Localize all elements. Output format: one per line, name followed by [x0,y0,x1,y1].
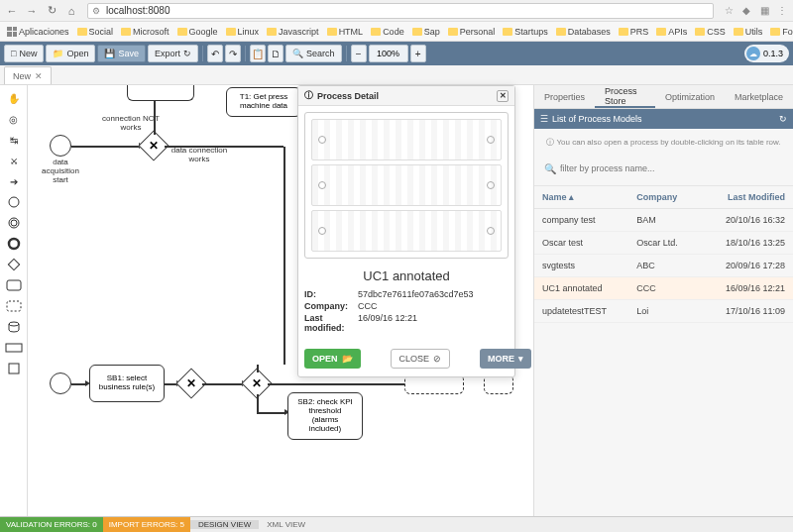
bookmark-folder[interactable]: Microsoft [118,27,172,37]
lasso-tool-icon[interactable]: ⤩ [4,152,24,169]
tab-marketplace[interactable]: Marketplace [725,92,793,102]
home-icon[interactable]: ⌂ [63,3,79,19]
start-event-icon[interactable] [4,193,24,211]
xml-view-tab[interactable]: XML VIEW [259,520,313,529]
connect-tool-icon[interactable]: ◎ [4,110,24,128]
process-table: Name ▴ Company Last Modified company tes… [534,186,793,323]
filter-row: 🔍 [534,156,793,186]
bookmark-folder[interactable]: Code [368,27,407,37]
undo-icon[interactable]: ↶ [207,45,223,62]
bpmn-task[interactable]: T1: Get press machine data [226,87,301,117]
document-tab[interactable]: New ✕ [4,66,52,84]
menu-icon[interactable]: ⋮ [775,4,789,18]
table-row[interactable]: updatetestTESTLoi17/10/16 11:09 [534,300,793,323]
url-bar[interactable]: ⚙ localhost:8080 [87,3,714,19]
end-event-icon[interactable] [4,235,24,253]
task-icon[interactable] [4,276,24,294]
process-thumbnail[interactable] [311,164,502,206]
bookmark-folder[interactable]: Databases [553,27,614,37]
subprocess-icon[interactable] [4,297,24,315]
thumbnail-stack [304,112,509,259]
hand-tool-icon[interactable]: ✋ [4,89,24,107]
col-company[interactable]: Company [636,192,704,202]
star-icon[interactable]: ☆ [722,4,736,18]
bookmark-folder[interactable]: HTML [324,27,367,37]
apps-launcher[interactable]: Aplicaciones [4,27,72,37]
bpmn-task[interactable] [404,374,464,394]
redo-icon[interactable]: ↷ [225,45,241,62]
forward-icon[interactable]: → [24,3,40,19]
intermediate-event-icon[interactable] [4,214,24,232]
bookmark-folder[interactable]: PRS [616,27,652,37]
save-button[interactable]: 💾Save [97,45,146,62]
arrow-tool-icon[interactable]: ➔ [4,172,24,190]
close-button[interactable]: CLOSE ⊘ [391,349,451,369]
version-pill[interactable]: ☁ 0.1.3 [744,45,789,62]
cloud-icon: ☁ [746,47,760,60]
open-button[interactable]: OPEN 📂 [304,349,361,369]
group-icon[interactable] [4,360,24,377]
process-thumbnail[interactable] [311,119,502,160]
bookmark-folder[interactable]: Startups [500,27,551,37]
filter-input[interactable] [556,160,783,177]
bookmark-folder[interactable]: Javascript [264,27,322,37]
bpmn-label: data acquisition start [34,159,87,184]
validation-errors-badge[interactable]: VALIDATION ERRORS: 0 [0,517,103,533]
svg-point-0 [9,197,19,207]
datastore-icon[interactable] [4,318,24,336]
search-button[interactable]: 🔍Search [285,45,342,62]
tab-properties[interactable]: Properties [534,92,595,102]
bookmark-folder[interactable]: Google [174,27,221,37]
table-row[interactable]: Oscar testOscar Ltd.18/10/16 13:25 [534,232,793,255]
bpmn-start-event[interactable] [50,135,71,157]
bookmark-folder[interactable]: Ford [767,27,793,37]
process-thumbnail[interactable] [311,210,502,252]
refresh-icon[interactable]: ↻ [779,114,787,124]
table-row[interactable]: UC1 annotatedCCC16/09/16 12:21 [534,277,793,300]
paste-icon[interactable]: 🗋 [268,45,283,62]
extension-icon[interactable]: ▦ [757,4,771,18]
space-tool-icon[interactable]: ↹ [4,131,24,149]
back-icon[interactable]: ← [4,3,20,19]
reload-icon[interactable]: ↻ [44,3,59,19]
tab-optimization[interactable]: Optimization [655,92,725,102]
shield-icon[interactable]: ◆ [739,4,753,18]
close-icon[interactable]: ✕ [497,90,509,102]
design-view-tab[interactable]: DESIGN VIEW [190,520,259,529]
open-button[interactable]: 📁Open [46,45,95,62]
copy-icon[interactable]: 📋 [250,45,266,62]
table-row[interactable]: company testBAM20/10/16 16:32 [534,209,793,232]
cancel-icon: ⊘ [433,354,441,364]
zoom-out-icon[interactable]: − [351,45,367,62]
col-modified[interactable]: Last Modified [704,192,785,202]
gateway-icon[interactable] [4,256,24,273]
svg-rect-6 [7,301,21,311]
import-errors-badge[interactable]: IMPORT ERRORS: 5 [103,517,190,533]
tool-palette: ✋ ◎ ↹ ⤩ ➔ [0,85,28,516]
bookmark-folder[interactable]: Utils [731,27,766,37]
export-button[interactable]: Export↻ [148,45,198,62]
new-button[interactable]: □New [4,45,44,62]
pool-icon[interactable] [4,339,24,357]
bpmn-task[interactable] [127,85,194,101]
panel-hint: ⓘ You can also open a process by double-… [534,129,793,156]
bpmn-task[interactable]: SB2: check KPI threshold (alarms include… [287,392,363,440]
zoom-level[interactable]: 100% [369,45,408,62]
bpmn-start-event[interactable] [50,372,71,394]
bookmark-folder[interactable]: APIs [653,27,690,37]
bookmark-folder[interactable]: Personal [445,27,499,37]
bookmark-folder[interactable]: Social [74,27,117,37]
bpmn-task[interactable] [484,374,513,394]
table-row[interactable]: svgtestsABC20/09/16 17:28 [534,255,793,277]
sort-icon[interactable]: ▴ [569,192,574,202]
bpmn-task[interactable]: SB1: select business rule(s) [89,365,165,402]
bookmark-folder[interactable]: Sap [409,27,443,37]
browser-nav-bar: ← → ↻ ⌂ ⚙ localhost:8080 ☆ ◆ ▦ ⋮ [0,0,793,22]
bookmark-folder[interactable]: CSS [692,27,729,37]
more-button[interactable]: MORE ▾ [480,349,531,369]
close-icon[interactable]: ✕ [35,71,43,81]
tab-process-store[interactable]: Process Store [595,85,655,108]
zoom-in-icon[interactable]: + [410,45,426,62]
bookmark-folder[interactable]: Linux [223,27,263,37]
svg-rect-8 [6,344,22,352]
